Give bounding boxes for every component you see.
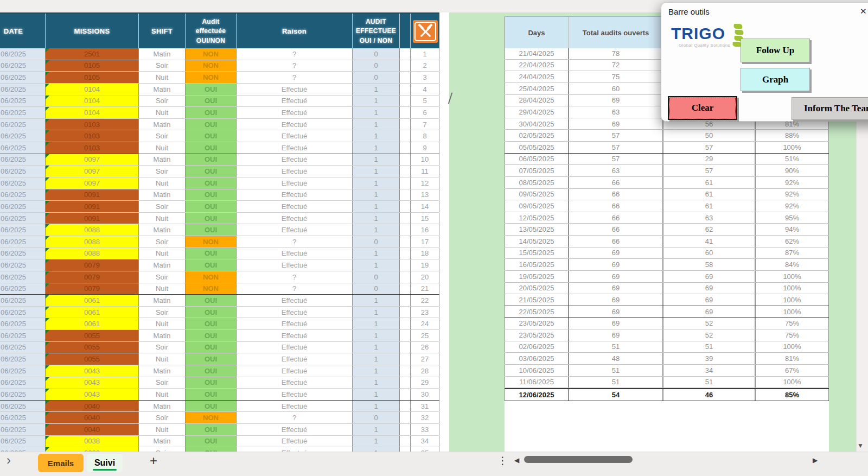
cell-row-number[interactable]: 18 xyxy=(411,248,439,259)
cell-raison[interactable]: Effectué xyxy=(237,119,353,130)
cell-audits-done[interactable]: 51 xyxy=(663,341,755,353)
cell-shift[interactable]: Soir xyxy=(139,166,186,177)
cell-audit-oui-non[interactable]: OUI xyxy=(186,189,237,201)
cell-shift[interactable]: Soir xyxy=(139,447,186,452)
cell-mission[interactable]: 0105 xyxy=(46,60,139,72)
cell-shift[interactable]: Soir xyxy=(139,271,186,283)
cell-audit-oui-non[interactable]: OUI xyxy=(186,142,237,154)
cell-audit-oui-non[interactable]: OUI xyxy=(186,166,237,177)
cell-empty[interactable] xyxy=(400,295,411,306)
cell-mission[interactable]: 0103 xyxy=(46,119,139,130)
cell-day[interactable]: 29/04/2025 xyxy=(505,106,569,118)
cell-audit-oui-non[interactable]: OUI xyxy=(186,365,237,377)
cell-raison[interactable]: Effectué xyxy=(237,401,353,412)
cell-row-number[interactable]: 7 xyxy=(411,119,439,130)
cell-audit-value[interactable]: 1 xyxy=(353,224,400,236)
cell-audit-value[interactable]: 0 xyxy=(353,60,400,72)
cell-percentage[interactable]: 100% xyxy=(755,142,829,153)
cell-audit-oui-non[interactable]: OUI xyxy=(186,119,237,130)
cell-date[interactable]: 06/2025 xyxy=(0,353,46,365)
cell-audit-oui-non[interactable]: NON xyxy=(186,271,237,283)
cell-audit-value[interactable]: 1 xyxy=(353,365,400,377)
cell-mission[interactable]: 0088 xyxy=(46,236,139,247)
cell-shift[interactable]: Nuit xyxy=(139,389,186,400)
cell-raison[interactable]: Effectué xyxy=(237,342,353,353)
cell-total-audits[interactable]: 57 xyxy=(569,130,663,141)
cell-raison[interactable]: Effectué xyxy=(237,436,353,447)
cell-day[interactable]: 20/05/2025 xyxy=(505,283,569,294)
cell-date[interactable]: 06/2025 xyxy=(0,60,46,72)
horizontal-scrollbar-thumb[interactable] xyxy=(524,456,633,463)
cell-empty[interactable] xyxy=(400,72,411,83)
cell-audits-done[interactable]: 58 xyxy=(663,259,755,270)
cell-shift[interactable]: Soir xyxy=(139,377,186,389)
cell-day[interactable]: 16/05/2025 xyxy=(505,259,569,270)
cell-percentage[interactable]: 94% xyxy=(755,224,829,235)
cell-total-audits[interactable]: 48 xyxy=(569,353,663,364)
cell-mission[interactable]: 0061 xyxy=(46,307,139,318)
cell-day[interactable]: 22/04/2025 xyxy=(505,60,569,71)
cell-audit-value[interactable]: 1 xyxy=(353,295,400,306)
cell-raison[interactable]: Effectué xyxy=(237,259,353,271)
cell-audit-oui-non[interactable]: OUI xyxy=(186,248,237,259)
cell-mission[interactable]: 0055 xyxy=(46,330,139,341)
cell-day[interactable]: 23/05/2025 xyxy=(505,329,569,341)
cell-mission[interactable]: 0088 xyxy=(46,224,139,236)
cell-empty[interactable] xyxy=(400,401,411,412)
cell-total-audits[interactable]: 72 xyxy=(569,60,663,71)
cell-raison[interactable]: ? xyxy=(237,48,353,60)
cell-audits-done[interactable]: 39 xyxy=(663,353,755,364)
cell-raison[interactable]: Effectué xyxy=(237,224,353,236)
cell-audit-oui-non[interactable]: OUI xyxy=(186,130,237,142)
cell-percentage[interactable]: 100% xyxy=(755,283,829,294)
cell-mission[interactable]: 0043 xyxy=(46,389,139,400)
cell-day[interactable]: 21/05/2025 xyxy=(505,294,569,306)
cell-raison[interactable]: ? xyxy=(237,236,353,247)
cell-audits-done[interactable]: 52 xyxy=(663,318,755,329)
cell-audit-value[interactable]: 0 xyxy=(353,271,400,283)
cell-audit-oui-non[interactable]: NON xyxy=(186,412,237,423)
cell-shift[interactable]: Soir xyxy=(139,96,186,107)
cell-day[interactable]: 09/05/2025 xyxy=(505,200,569,212)
cell-shift[interactable]: Soir xyxy=(139,201,186,212)
cell-row-number[interactable]: 26 xyxy=(411,342,439,353)
cell-audit-value[interactable]: 1 xyxy=(353,130,400,142)
cell-raison[interactable]: ? xyxy=(237,283,353,295)
cell-date[interactable]: 06/2025 xyxy=(0,342,46,353)
cell-audit-oui-non[interactable]: OUI xyxy=(186,377,237,389)
cell-row-number[interactable]: 3 xyxy=(411,72,439,83)
cell-mission[interactable]: 0061 xyxy=(46,318,139,329)
cell-mission[interactable]: 0055 xyxy=(46,353,139,365)
cell-total-audits[interactable]: 69 xyxy=(569,329,663,341)
cell-percentage[interactable]: 81% xyxy=(755,353,829,364)
cell-date[interactable]: 06/2025 xyxy=(0,259,46,271)
cell-date[interactable]: 06/2025 xyxy=(0,142,46,154)
cell-day[interactable]: 14/05/2025 xyxy=(505,236,569,247)
cell-empty[interactable] xyxy=(400,271,411,283)
cell-shift[interactable]: Matin xyxy=(139,295,186,306)
cell-percentage[interactable]: 75% xyxy=(755,329,829,341)
cell-shift[interactable]: Matin xyxy=(139,224,186,236)
cell-audit-value[interactable]: 1 xyxy=(353,248,400,259)
cell-audit-value[interactable]: 1 xyxy=(353,401,400,412)
cell-mission[interactable]: 0105 xyxy=(46,72,139,83)
cell-audit-value[interactable]: 1 xyxy=(353,96,400,107)
cell-date[interactable]: 06/2025 xyxy=(0,424,46,435)
cell-empty[interactable] xyxy=(400,201,411,212)
cell-percentage[interactable]: 92% xyxy=(755,189,829,200)
cell-raison[interactable]: ? xyxy=(237,412,353,423)
cell-audit-oui-non[interactable]: OUI xyxy=(186,307,237,318)
cell-audit-oui-non[interactable]: OUI xyxy=(186,318,237,329)
cell-row-number[interactable]: 35 xyxy=(411,447,439,452)
cell-day[interactable]: 09/05/2025 xyxy=(505,189,569,200)
cell-audit-value[interactable]: 1 xyxy=(353,142,400,154)
cell-total-audits[interactable]: 78 xyxy=(569,48,663,59)
cell-row-number[interactable]: 11 xyxy=(411,166,439,177)
cell-shift[interactable]: Nuit xyxy=(139,213,186,224)
scroll-right-arrow[interactable]: ▶ xyxy=(813,456,818,464)
cell-audit-oui-non[interactable]: OUI xyxy=(186,436,237,447)
cell-date[interactable]: 06/2025 xyxy=(0,248,46,259)
cell-shift[interactable]: Matin xyxy=(139,48,186,60)
cell-total-audits[interactable]: 57 xyxy=(569,142,663,153)
sheet-tab-suivi[interactable]: Suivi xyxy=(87,454,123,472)
